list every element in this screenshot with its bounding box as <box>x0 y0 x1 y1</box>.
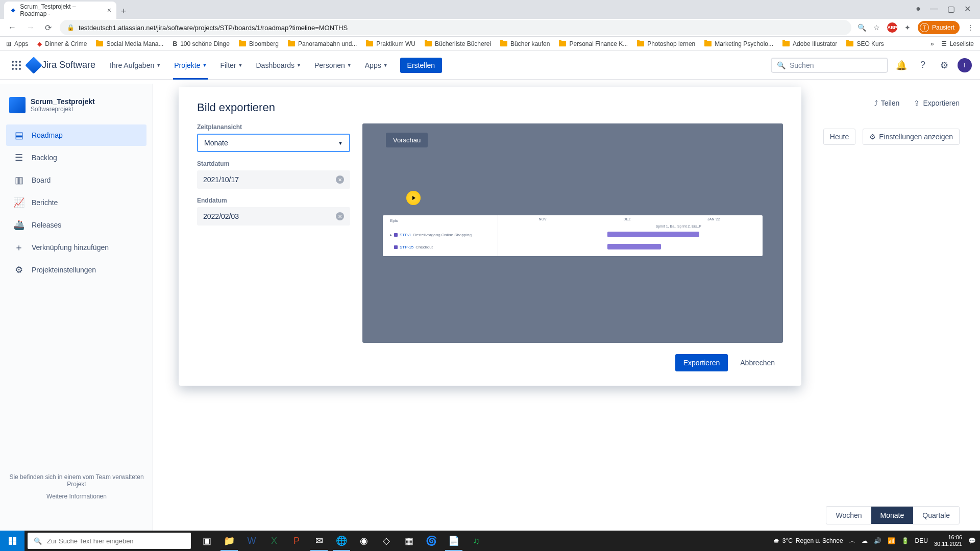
reload-icon[interactable]: ⟳ <box>43 21 54 35</box>
user-avatar[interactable]: T <box>958 58 972 72</box>
cancel-button[interactable]: Abbrechen <box>732 354 783 371</box>
zoom-indicator-icon[interactable]: 🔍 <box>857 23 866 32</box>
bookmark-item[interactable]: Marketing Psycholo... <box>704 40 773 47</box>
weather-widget[interactable]: 🌧 3°C Regen u. Schnee <box>773 537 843 544</box>
nav-filters[interactable]: Filter▼ <box>215 57 248 73</box>
bookmark-item[interactable]: Photoshop lernen <box>637 40 695 47</box>
folder-icon <box>704 41 712 46</box>
start-date-value: 2021/10/17 <box>203 176 239 184</box>
folder-icon <box>782 41 790 46</box>
obs-icon[interactable]: ◉ <box>353 531 375 551</box>
nav-projects[interactable]: Projekte▼ <box>169 57 212 73</box>
back-icon[interactable]: ← <box>6 21 18 34</box>
preview-image: Epic NOV DEZ JAN '22 Sprint 1, Ba.. Spri… <box>383 215 763 256</box>
bookmark-item[interactable]: Bloomberg <box>239 40 279 47</box>
weather-icon: 🌧 <box>773 537 779 544</box>
bookmark-item[interactable]: Personal Finance K... <box>559 40 628 47</box>
start-date-input[interactable]: 2021/10/17 ✕ <box>197 170 350 189</box>
minimize-icon[interactable]: — <box>930 4 938 13</box>
export-confirm-button[interactable]: Exportieren <box>675 354 728 371</box>
bookmark-item[interactable]: B100 schöne Dinge <box>173 40 229 47</box>
file-explorer-icon[interactable]: 📁 <box>218 531 240 551</box>
maximize-icon[interactable]: ▢ <box>947 4 955 14</box>
bookmark-item[interactable]: ◆Dinner & Crime <box>37 40 87 47</box>
preview-epic-label: Epic <box>390 218 398 223</box>
battery-icon[interactable]: 🔋 <box>901 537 909 544</box>
timeline-view-select[interactable]: Monate ▼ <box>197 134 350 152</box>
star-icon[interactable]: ☆ <box>873 23 880 32</box>
list-icon: ☰ <box>941 40 947 47</box>
chevron-down-icon: ▼ <box>297 63 301 68</box>
word-icon[interactable]: W <box>241 531 262 551</box>
task-view-icon[interactable]: ▣ <box>196 531 217 551</box>
windows-search-input[interactable]: 🔍 Zur Suche Text hier eingeben <box>28 533 191 549</box>
browser-tab[interactable]: ◆ Scrum_Testprojekt – Roadmap - × <box>4 2 116 19</box>
close-window-icon[interactable]: ✕ <box>964 4 971 14</box>
svg-point-6 <box>12 68 14 70</box>
bookmark-item[interactable]: SEO Kurs <box>846 40 884 47</box>
notepad-icon[interactable]: 📄 <box>443 531 464 551</box>
bookmark-item[interactable]: Social Media Mana... <box>96 40 163 47</box>
app-switcher-icon[interactable] <box>8 57 24 73</box>
jira-logo[interactable]: Jira Software <box>28 59 95 71</box>
powerpoint-icon[interactable]: P <box>286 531 307 551</box>
close-tab-icon[interactable]: × <box>107 6 111 14</box>
volume-icon[interactable]: 🔊 <box>874 537 881 544</box>
onedrive-icon[interactable]: ☁ <box>862 537 868 544</box>
url-field[interactable]: 🔒 testdeutsch1.atlassian.net/jira/softwa… <box>60 20 851 35</box>
abp-extension-icon[interactable]: ABP <box>887 22 897 33</box>
search-input[interactable]: 🔍 Suchen <box>771 58 888 73</box>
bookmark-item[interactable]: Panoramabahn und... <box>288 40 357 47</box>
settings-gear-icon[interactable]: ⚙ <box>936 57 952 73</box>
search-placeholder: Zur Suche Text hier eingeben <box>47 537 134 545</box>
url-text: testdeutsch1.atlassian.net/jira/software… <box>79 24 348 32</box>
mail-icon[interactable]: ✉ <box>308 531 330 551</box>
label-timeline-view: Zeitplanansicht <box>197 123 350 131</box>
bookmarks-overflow-icon[interactable]: » <box>930 40 934 47</box>
tray-chevron-icon[interactable]: ︿ <box>849 537 855 545</box>
jira-logo-icon <box>25 57 42 74</box>
bookmark-apps[interactable]: ⊞Apps <box>6 40 28 47</box>
clear-end-date-icon[interactable]: ✕ <box>336 212 344 220</box>
forward-icon[interactable]: → <box>24 21 37 34</box>
svg-point-0 <box>12 61 14 63</box>
account-dot-icon[interactable]: ● <box>916 4 921 13</box>
notifications-tray-icon[interactable]: 💬 <box>968 537 976 544</box>
app-icon[interactable]: ▦ <box>398 531 420 551</box>
jira-brand-text: Jira Software <box>42 60 95 70</box>
profile-badge[interactable]: T Pausiert <box>918 21 960 34</box>
nav-people[interactable]: Personen▼ <box>309 57 357 73</box>
svg-point-1 <box>15 61 17 63</box>
bookmark-item[interactable]: Praktikum WU <box>366 40 415 47</box>
app-icon[interactable]: ◇ <box>376 531 397 551</box>
clock[interactable]: 16:06 30.11.2021 <box>934 534 962 547</box>
folder-icon <box>500 41 507 46</box>
apps-grid-icon: ⊞ <box>6 40 11 47</box>
help-icon[interactable]: ? <box>915 57 931 73</box>
bookmark-item[interactable]: Bücherliste Bücherei <box>425 40 491 47</box>
new-tab-button[interactable]: + <box>116 5 131 19</box>
chevron-down-icon: ▼ <box>203 63 207 68</box>
bookmark-item[interactable]: Bücher kaufen <box>500 40 550 47</box>
clear-start-date-icon[interactable]: ✕ <box>336 176 344 184</box>
svg-point-5 <box>19 64 21 66</box>
create-button[interactable]: Erstellen <box>400 58 442 73</box>
menu-dots-icon[interactable]: ⋮ <box>967 23 974 32</box>
notifications-icon[interactable]: 🔔 <box>893 57 910 73</box>
edge-icon[interactable]: 🌀 <box>421 531 442 551</box>
extensions-icon[interactable]: ✦ <box>904 23 911 32</box>
reading-list[interactable]: ☰Leseliste <box>941 40 974 47</box>
nav-dashboards[interactable]: Dashboards▼ <box>251 57 306 73</box>
nav-your-work[interactable]: Ihre Aufgaben▼ <box>105 57 166 73</box>
folder-icon <box>366 41 373 46</box>
chrome-icon[interactable]: 🌐 <box>331 531 352 551</box>
nav-apps[interactable]: Apps▼ <box>360 57 393 73</box>
start-button[interactable] <box>0 531 24 551</box>
bookmark-item[interactable]: Adobe Illustrator <box>782 40 837 47</box>
wifi-icon[interactable]: 📶 <box>888 537 895 544</box>
search-placeholder: Suchen <box>790 61 814 69</box>
spotify-icon[interactable]: ♫ <box>465 531 487 551</box>
end-date-input[interactable]: 2022/02/03 ✕ <box>197 207 350 226</box>
language-indicator[interactable]: DEU <box>915 537 928 544</box>
excel-icon[interactable]: X <box>263 531 285 551</box>
